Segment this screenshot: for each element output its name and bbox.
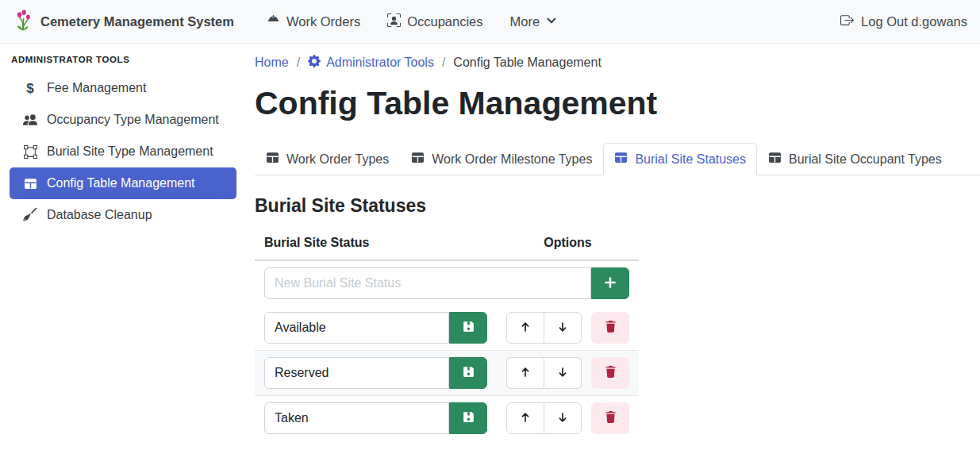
move-up-button[interactable]	[506, 312, 544, 344]
person-bounding-box-icon	[387, 13, 401, 30]
move-down-button[interactable]	[544, 402, 582, 434]
arrow-down-icon	[556, 321, 569, 336]
trash-icon	[604, 365, 617, 381]
gear-icon	[308, 55, 321, 71]
save-status-button[interactable]	[449, 357, 487, 389]
sidebar-item-label: Database Cleanup	[47, 208, 152, 222]
breadcrumb-label: Home	[255, 56, 289, 70]
sidebar-item-database-cleanup[interactable]: Database Cleanup	[10, 199, 236, 231]
tab-label: Burial Site Statuses	[635, 152, 746, 167]
arrow-down-icon	[556, 411, 569, 426]
tab-label: Work Order Milestone Types	[432, 152, 592, 167]
tulip-logo-icon	[13, 8, 33, 35]
status-row-taken	[255, 396, 639, 441]
burial-site-status-table: Burial Site Status Options	[255, 226, 639, 440]
move-up-button[interactable]	[506, 402, 544, 434]
nav-item-more[interactable]: More	[500, 8, 568, 36]
breadcrumb-label: Administrator Tools	[326, 56, 434, 70]
status-row-available	[255, 306, 639, 351]
arrow-up-icon	[519, 411, 532, 426]
plus-icon	[603, 275, 617, 292]
config-tabs: Work Order Types Work Order Milestone Ty…	[255, 143, 980, 175]
breadcrumb-separator: /	[297, 56, 300, 70]
breadcrumb-home[interactable]: Home	[255, 56, 289, 70]
logout-button[interactable]: Log Out d.gowans	[840, 13, 967, 30]
nav-item-label: Occupancies	[407, 14, 482, 29]
delete-status-button[interactable]	[591, 357, 629, 389]
reorder-button-group	[506, 312, 582, 344]
move-up-button[interactable]	[506, 357, 544, 389]
breadcrumb: Home / Administrator Tools / Config Tabl…	[255, 55, 980, 71]
breadcrumb-separator: /	[442, 56, 445, 70]
reorder-button-group	[506, 357, 582, 389]
nav-item-work-orders[interactable]: Work Orders	[256, 7, 371, 37]
sidebar-item-label: Fee Management	[47, 81, 146, 95]
navbar-links: Work Orders Occupancies More	[256, 7, 567, 37]
column-header-status: Burial Site Status	[255, 226, 497, 260]
table-icon	[614, 151, 628, 167]
top-navbar: Cemetery Management System Work Orders O…	[0, 0, 980, 44]
save-status-button[interactable]	[449, 312, 487, 344]
status-name-input[interactable]	[264, 402, 449, 434]
new-status-row	[255, 260, 639, 306]
arrow-up-icon	[519, 366, 532, 381]
nav-item-label: Work Orders	[286, 14, 360, 29]
sidebar-item-config-table-management[interactable]: Config Table Management	[10, 167, 236, 199]
nav-item-occupancies[interactable]: Occupancies	[377, 7, 493, 37]
save-status-button[interactable]	[449, 402, 487, 434]
breadcrumb-administrator-tools[interactable]: Administrator Tools	[308, 55, 434, 71]
table-icon	[411, 151, 425, 167]
status-name-input[interactable]	[264, 312, 449, 344]
delete-status-button[interactable]	[591, 402, 629, 434]
app-title: Cemetery Management System	[40, 14, 234, 29]
save-icon	[462, 320, 475, 336]
sidebar-item-label: Config Table Management	[47, 176, 195, 190]
main-content: Home / Administrator Tools / Config Tabl…	[246, 44, 980, 469]
logout-icon	[840, 13, 854, 30]
column-header-options: Options	[497, 226, 639, 260]
delete-status-button[interactable]	[591, 312, 629, 344]
bounding-box-icon	[22, 145, 38, 159]
sidebar-item-occupancy-type-management[interactable]: Occupancy Type Management	[10, 104, 236, 136]
table-icon	[768, 151, 782, 167]
sidebar-item-burial-site-type-management[interactable]: Burial Site Type Management	[10, 136, 236, 167]
tab-burial-site-occupant-types[interactable]: Burial Site Occupant Types	[757, 143, 953, 175]
arrow-down-icon	[556, 366, 569, 381]
broom-icon	[22, 208, 38, 222]
sidebar-item-label: Burial Site Type Management	[47, 144, 213, 159]
breadcrumb-current: Config Table Management	[453, 56, 601, 70]
reorder-button-group	[506, 402, 582, 434]
move-down-button[interactable]	[544, 357, 582, 389]
page-title: Config Table Management	[255, 83, 980, 123]
tab-work-order-milestone-types[interactable]: Work Order Milestone Types	[400, 143, 603, 175]
app-brand[interactable]: Cemetery Management System	[13, 8, 234, 35]
dollar-icon: $	[22, 82, 38, 95]
arrow-up-icon	[519, 321, 532, 336]
admin-tools-sidebar: ADMINISTRATOR TOOLS $ Fee Management Occ…	[0, 44, 246, 469]
tab-work-order-types[interactable]: Work Order Types	[255, 143, 400, 175]
people-icon	[22, 113, 38, 127]
status-name-input[interactable]	[264, 357, 449, 389]
trash-icon	[604, 320, 617, 336]
section-heading: Burial Site Statuses	[255, 195, 980, 217]
nav-item-label: More	[510, 14, 540, 29]
save-icon	[462, 365, 475, 381]
chevron-down-icon	[546, 14, 557, 29]
sidebar-item-fee-management[interactable]: $ Fee Management	[10, 72, 236, 104]
sidebar-item-label: Occupancy Type Management	[47, 113, 219, 127]
table-icon	[266, 151, 279, 167]
save-icon	[462, 410, 475, 426]
logout-label: Log Out d.gowans	[861, 14, 967, 29]
add-status-button[interactable]	[591, 267, 629, 299]
move-down-button[interactable]	[544, 312, 582, 344]
tab-label: Work Order Types	[286, 152, 389, 167]
trash-icon	[604, 410, 617, 426]
sidebar-heading: ADMINISTRATOR TOOLS	[0, 52, 246, 72]
hardhat-icon	[267, 13, 280, 30]
tab-burial-site-statuses[interactable]: Burial Site Statuses	[603, 143, 757, 175]
new-status-input[interactable]	[264, 267, 591, 299]
tab-label: Burial Site Occupant Types	[789, 152, 942, 167]
status-row-reserved	[255, 351, 639, 396]
table-icon	[22, 177, 38, 190]
